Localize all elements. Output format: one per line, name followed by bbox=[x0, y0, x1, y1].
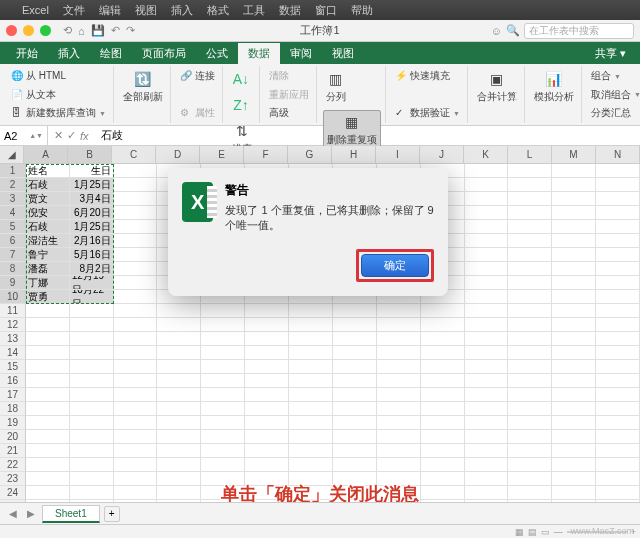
fx-icon[interactable]: fx bbox=[80, 130, 89, 142]
cell[interactable] bbox=[465, 178, 509, 192]
cell[interactable] bbox=[596, 276, 640, 290]
cell[interactable] bbox=[508, 318, 552, 332]
cell[interactable] bbox=[333, 430, 377, 444]
cell[interactable] bbox=[26, 444, 70, 458]
cell[interactable] bbox=[552, 234, 596, 248]
menu-window[interactable]: 窗口 bbox=[315, 3, 337, 18]
cell[interactable] bbox=[508, 346, 552, 360]
cell[interactable] bbox=[377, 318, 421, 332]
cell[interactable] bbox=[201, 360, 245, 374]
col-head-I[interactable]: I bbox=[376, 146, 420, 163]
cell[interactable] bbox=[114, 402, 158, 416]
smile-icon[interactable]: ☺ bbox=[491, 25, 502, 37]
cell[interactable] bbox=[377, 332, 421, 346]
cell[interactable] bbox=[596, 458, 640, 472]
cell[interactable] bbox=[377, 416, 421, 430]
cell[interactable] bbox=[114, 346, 158, 360]
cell[interactable] bbox=[552, 458, 596, 472]
col-head-K[interactable]: K bbox=[464, 146, 508, 163]
cell[interactable] bbox=[377, 360, 421, 374]
cell[interactable] bbox=[508, 374, 552, 388]
cell[interactable] bbox=[465, 416, 509, 430]
row-head[interactable]: 7 bbox=[0, 248, 26, 262]
view-break-icon[interactable]: ▭ bbox=[541, 527, 550, 537]
row-head[interactable]: 5 bbox=[0, 220, 26, 234]
cell[interactable] bbox=[114, 304, 158, 318]
cell[interactable] bbox=[596, 290, 640, 304]
cell[interactable]: 3月4日 bbox=[70, 192, 114, 206]
cell[interactable] bbox=[70, 360, 114, 374]
advanced-button[interactable]: 高级 bbox=[266, 105, 312, 121]
cell[interactable] bbox=[552, 192, 596, 206]
row-head[interactable]: 19 bbox=[0, 416, 26, 430]
cell[interactable] bbox=[552, 304, 596, 318]
cell[interactable] bbox=[596, 332, 640, 346]
cell[interactable] bbox=[596, 388, 640, 402]
col-head-E[interactable]: E bbox=[200, 146, 244, 163]
cell[interactable] bbox=[70, 402, 114, 416]
cell[interactable] bbox=[596, 402, 640, 416]
cell[interactable] bbox=[201, 374, 245, 388]
row-head[interactable]: 21 bbox=[0, 444, 26, 458]
close-icon[interactable] bbox=[6, 25, 17, 36]
menu-edit[interactable]: 编辑 bbox=[99, 3, 121, 18]
cell[interactable] bbox=[333, 318, 377, 332]
cell[interactable] bbox=[508, 360, 552, 374]
cell[interactable] bbox=[201, 304, 245, 318]
col-head-D[interactable]: D bbox=[156, 146, 200, 163]
cell[interactable]: 1月25日 bbox=[70, 220, 114, 234]
cell[interactable] bbox=[245, 402, 289, 416]
cell[interactable] bbox=[596, 178, 640, 192]
cell[interactable] bbox=[114, 332, 158, 346]
cell[interactable] bbox=[157, 402, 201, 416]
cell[interactable] bbox=[596, 234, 640, 248]
cell[interactable] bbox=[70, 346, 114, 360]
cell[interactable] bbox=[596, 262, 640, 276]
cell[interactable] bbox=[157, 416, 201, 430]
cell[interactable] bbox=[201, 430, 245, 444]
cell[interactable] bbox=[157, 318, 201, 332]
row-head[interactable]: 2 bbox=[0, 178, 26, 192]
ungroup-button[interactable]: 取消组合 ▼ bbox=[588, 87, 640, 103]
row-head[interactable]: 20 bbox=[0, 430, 26, 444]
cell[interactable] bbox=[465, 220, 509, 234]
cell[interactable] bbox=[245, 360, 289, 374]
what-if-button[interactable]: 📊模拟分析 bbox=[531, 68, 577, 106]
cell[interactable] bbox=[114, 192, 158, 206]
row-head[interactable]: 10 bbox=[0, 290, 26, 304]
cell[interactable] bbox=[114, 164, 158, 178]
row-head[interactable]: 9 bbox=[0, 276, 26, 290]
cell[interactable] bbox=[114, 388, 158, 402]
cell[interactable] bbox=[421, 318, 465, 332]
cell[interactable] bbox=[508, 220, 552, 234]
col-head-N[interactable]: N bbox=[596, 146, 640, 163]
home-icon[interactable]: ⌂ bbox=[78, 25, 85, 37]
zoom-icon[interactable] bbox=[40, 25, 51, 36]
cell[interactable] bbox=[596, 430, 640, 444]
row-head[interactable]: 4 bbox=[0, 206, 26, 220]
col-head-F[interactable]: F bbox=[244, 146, 288, 163]
cell[interactable] bbox=[465, 248, 509, 262]
cell[interactable] bbox=[421, 374, 465, 388]
cell[interactable] bbox=[465, 164, 509, 178]
cell[interactable]: 石歧 bbox=[26, 178, 70, 192]
flash-fill-button[interactable]: ⚡快速填充 bbox=[392, 68, 463, 84]
cell[interactable] bbox=[245, 332, 289, 346]
cell[interactable] bbox=[70, 332, 114, 346]
cell[interactable] bbox=[552, 206, 596, 220]
name-box[interactable]: A2▲▼ bbox=[0, 126, 48, 145]
cell[interactable] bbox=[552, 388, 596, 402]
accept-fx-icon[interactable]: ✓ bbox=[67, 129, 76, 142]
cell[interactable]: 8月2日 bbox=[70, 262, 114, 276]
cell[interactable] bbox=[157, 332, 201, 346]
group-button[interactable]: 组合 ▼ bbox=[588, 68, 640, 84]
col-head-H[interactable]: H bbox=[332, 146, 376, 163]
cell[interactable] bbox=[333, 458, 377, 472]
cell[interactable] bbox=[377, 304, 421, 318]
cell[interactable] bbox=[114, 318, 158, 332]
cell[interactable] bbox=[70, 304, 114, 318]
cell[interactable] bbox=[201, 388, 245, 402]
cell[interactable] bbox=[245, 430, 289, 444]
cell[interactable] bbox=[508, 262, 552, 276]
cell[interactable] bbox=[114, 416, 158, 430]
